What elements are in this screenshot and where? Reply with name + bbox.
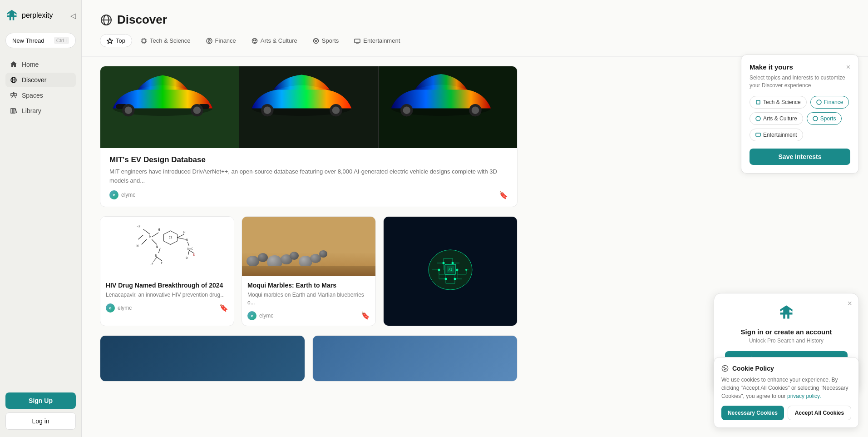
cookie-policy-title: Cookie Policy (732, 365, 774, 372)
tab-top[interactable]: Top (100, 34, 132, 47)
perplexity-logo-icon (5, 9, 18, 22)
accept-all-cookies-button[interactable]: Accept All Cookies (788, 406, 851, 420)
panel-description: Select topics and interests to customize… (750, 74, 850, 89)
svg-rect-84 (756, 100, 760, 104)
svg-point-79 (445, 278, 447, 280)
tab-entertainment[interactable]: Entertainment (347, 34, 407, 47)
tab-finance[interactable]: Finance (199, 34, 243, 47)
sign-in-close-button[interactable]: × (847, 299, 852, 308)
svg-rect-5 (13, 109, 15, 113)
svg-text:-F: -F (150, 262, 154, 265)
svg-line-62 (188, 250, 189, 255)
card-bottom-2-image (313, 336, 517, 381)
svg-rect-4 (11, 109, 13, 113)
sidebar-item-library[interactable]: Library (5, 104, 76, 118)
privacy-policy-link[interactable]: privacy policy. (787, 393, 821, 399)
chip-finance-label: Finance (824, 99, 843, 105)
chip-arts-icon (755, 116, 761, 121)
tab-tech[interactable]: Tech & Science (134, 34, 197, 47)
signup-button[interactable]: Sign Up (5, 392, 76, 409)
tv-icon (354, 38, 360, 44)
svg-point-21 (253, 40, 254, 40)
bookmark-button-moqui[interactable]: 🔖 (361, 311, 370, 320)
card-deepseek[interactable]: AI DeepSeek's New Open Source AI Model D… (383, 216, 518, 326)
bookmark-button-ev[interactable]: 🔖 (499, 191, 508, 199)
sidebar-item-library-label: Library (22, 107, 41, 114)
discover-globe-icon (100, 14, 113, 26)
finance-icon (206, 38, 212, 44)
svg-text:N: N (149, 234, 152, 238)
tab-sports[interactable]: Sports (306, 34, 346, 47)
tab-entertainment-label: Entertainment (363, 37, 400, 44)
svg-rect-24 (355, 39, 360, 43)
card-bottom-2[interactable] (312, 335, 518, 382)
svg-text:H: H (183, 230, 186, 234)
logo-text: perplexity (22, 11, 53, 20)
svg-point-41 (403, 106, 410, 114)
svg-rect-88 (756, 133, 760, 136)
arts-icon (252, 38, 258, 44)
svg-line-49 (152, 239, 157, 244)
sidebar-item-spaces[interactable]: Spaces (5, 88, 76, 103)
car-image-3 (378, 66, 517, 148)
collapse-sidebar-button[interactable]: ◁ (70, 11, 76, 20)
chip-finance[interactable]: Finance (810, 96, 849, 109)
svg-line-45 (143, 229, 150, 234)
chip-entertainment[interactable]: Entertainment (750, 129, 803, 141)
tab-finance-label: Finance (215, 37, 236, 44)
signin-subtitle: Unlock Pro Search and History (725, 338, 848, 344)
necessary-cookies-button[interactable]: Necessary Cookies (721, 406, 784, 420)
svg-point-89 (722, 365, 728, 371)
chip-finance-icon (816, 99, 822, 105)
svg-point-92 (724, 369, 725, 370)
interest-chips: Tech & Science Finance Arts & Culture Sp… (750, 96, 850, 141)
svg-point-87 (813, 116, 818, 121)
panel-close-button[interactable]: × (846, 63, 850, 71)
svg-text:AI: AI (449, 268, 452, 272)
chip-arts[interactable]: Arts & Culture (750, 112, 803, 125)
chip-tech-icon (755, 99, 761, 105)
svg-text:O: O (186, 256, 187, 260)
sidebar-item-home[interactable]: Home (5, 57, 76, 72)
sidebar-item-discover[interactable]: Discover (5, 73, 76, 87)
svg-text:H: H (158, 228, 160, 232)
chip-tech[interactable]: Tech & Science (750, 96, 807, 109)
card-moqui[interactable]: Moqui Marbles: Earth to Mars Moqui marbl… (242, 216, 376, 326)
tab-tech-label: Tech & Science (150, 37, 191, 44)
bookmark-button-hiv[interactable]: 🔖 (219, 303, 228, 312)
signin-title: Sign in or create an account (725, 328, 848, 336)
svg-line-58 (178, 238, 186, 239)
article-ev-desc: MIT engineers have introduced DrivAerNet… (109, 167, 508, 185)
tab-arts[interactable]: Arts & Culture (245, 34, 304, 47)
new-thread-button[interactable]: New Thread Ctrl I (5, 33, 76, 48)
svg-point-38 (332, 106, 340, 114)
car-image-1 (100, 66, 239, 148)
chip-tech-label: Tech & Science (763, 99, 801, 105)
svg-text:N: N (156, 245, 158, 249)
sidebar-item-discover-label: Discover (22, 76, 46, 84)
chip-entertainment-label: Entertainment (763, 132, 797, 138)
save-interests-button[interactable]: Save Interests (750, 149, 850, 165)
card-hiv[interactable]: -F N H N N Cl (100, 216, 234, 326)
svg-point-31 (125, 106, 132, 114)
login-button[interactable]: Log in (5, 412, 76, 430)
svg-point-22 (255, 40, 256, 40)
cards-row: -F N H N N Cl (100, 216, 518, 326)
sidebar-item-home-label: Home (22, 61, 39, 68)
sidebar-item-spaces-label: Spaces (22, 92, 43, 99)
panel-title: Make it yours (750, 63, 793, 71)
card-bottom-1[interactable] (100, 335, 305, 382)
page-title: Discover (117, 13, 167, 27)
sports-icon (313, 38, 319, 44)
svg-point-80 (454, 278, 456, 280)
svg-line-56 (178, 234, 184, 238)
chip-sports-icon (813, 116, 818, 121)
svg-line-68 (153, 257, 157, 262)
chip-entertainment-icon (755, 132, 761, 138)
svg-rect-10 (142, 39, 146, 43)
card-hiv-image: -F N H N N Cl (100, 217, 234, 276)
article-card-ev[interactable]: MIT's EV Design Database MIT engineers h… (100, 66, 518, 207)
svg-point-85 (817, 100, 821, 104)
chip-sports[interactable]: Sports (807, 112, 842, 125)
svg-line-64 (189, 250, 194, 253)
